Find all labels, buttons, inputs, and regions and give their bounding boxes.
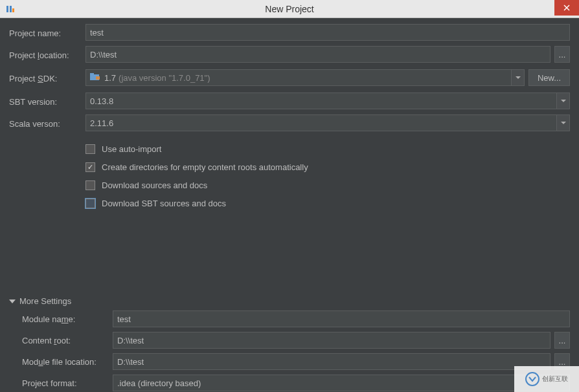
svg-point-8 bbox=[526, 373, 539, 386]
project-format-combo[interactable]: .idea (directory based) bbox=[113, 375, 570, 391]
module-file-location-label: Module file location: bbox=[9, 357, 113, 367]
content-root-label: Content root: bbox=[9, 336, 113, 345]
watermark: 创新互联 bbox=[514, 366, 579, 392]
project-location-input[interactable] bbox=[85, 46, 551, 63]
create-dirs-label: Create directories for empty content roo… bbox=[102, 162, 308, 172]
scala-version-combo[interactable]: 2.11.6 bbox=[85, 114, 570, 131]
project-sdk-label: Project SDK: bbox=[9, 72, 85, 83]
project-format-label: Project format: bbox=[9, 378, 113, 388]
project-format-value: .idea (directory based) bbox=[117, 378, 201, 388]
create-dirs-checkbox[interactable] bbox=[85, 162, 95, 172]
svg-rect-7 bbox=[96, 76, 100, 80]
sbt-version-label: SBT version: bbox=[9, 95, 85, 107]
project-name-input[interactable] bbox=[85, 24, 570, 41]
more-settings-label: More Settings bbox=[19, 296, 71, 306]
project-sdk-combo[interactable]: 1.7 (java version "1.7.0_71") bbox=[85, 69, 525, 86]
download-sbt-checkbox[interactable] bbox=[85, 199, 95, 208]
window-title: New Project bbox=[0, 4, 579, 14]
folder-icon bbox=[90, 73, 100, 82]
content-root-input[interactable] bbox=[113, 332, 551, 349]
app-icon bbox=[5, 4, 16, 14]
module-file-location-input[interactable] bbox=[113, 353, 551, 370]
close-button[interactable] bbox=[554, 0, 579, 16]
auto-import-label: Use auto-import bbox=[102, 144, 161, 154]
sdk-detail: (java version "1.7.0_71") bbox=[119, 73, 210, 83]
chevron-down-icon bbox=[511, 70, 524, 85]
svg-rect-0 bbox=[6, 6, 8, 12]
module-name-input[interactable] bbox=[113, 310, 570, 327]
auto-import-checkbox[interactable] bbox=[85, 144, 95, 154]
sdk-version: 1.7 bbox=[104, 73, 116, 83]
scala-version-value: 2.11.6 bbox=[90, 118, 113, 128]
chevron-down-icon bbox=[556, 115, 569, 131]
watermark-text: 创新互联 bbox=[542, 375, 568, 384]
module-name-label: Module name: bbox=[9, 314, 113, 324]
download-sources-label: Download sources and docs bbox=[102, 180, 207, 190]
scala-version-label: Scala verson: bbox=[9, 117, 85, 129]
chevron-down-icon bbox=[556, 93, 569, 109]
options-group: Use auto-import Create directories for e… bbox=[85, 136, 570, 213]
sbt-version-value: 0.13.8 bbox=[90, 96, 113, 106]
svg-rect-6 bbox=[90, 73, 94, 75]
chevron-down-icon bbox=[9, 299, 16, 303]
download-sbt-label: Download SBT sources and docs bbox=[102, 199, 226, 208]
more-settings-section: More Settings Module name: Content root:… bbox=[9, 296, 570, 392]
titlebar: New Project bbox=[0, 0, 579, 18]
sbt-version-combo[interactable]: 0.13.8 bbox=[85, 93, 570, 109]
project-location-label: Project location: bbox=[9, 49, 85, 60]
new-sdk-button[interactable]: New... bbox=[528, 69, 570, 86]
svg-rect-1 bbox=[10, 6, 12, 12]
content-root-browse-button[interactable]: ... bbox=[554, 332, 570, 349]
more-settings-toggle[interactable]: More Settings bbox=[9, 296, 570, 306]
svg-rect-2 bbox=[12, 8, 14, 12]
project-name-label: Project name: bbox=[9, 27, 85, 38]
project-location-browse-button[interactable]: ... bbox=[554, 46, 570, 63]
form-content: Project name: Project location: ... Proj… bbox=[0, 18, 579, 213]
download-sources-checkbox[interactable] bbox=[85, 180, 95, 190]
